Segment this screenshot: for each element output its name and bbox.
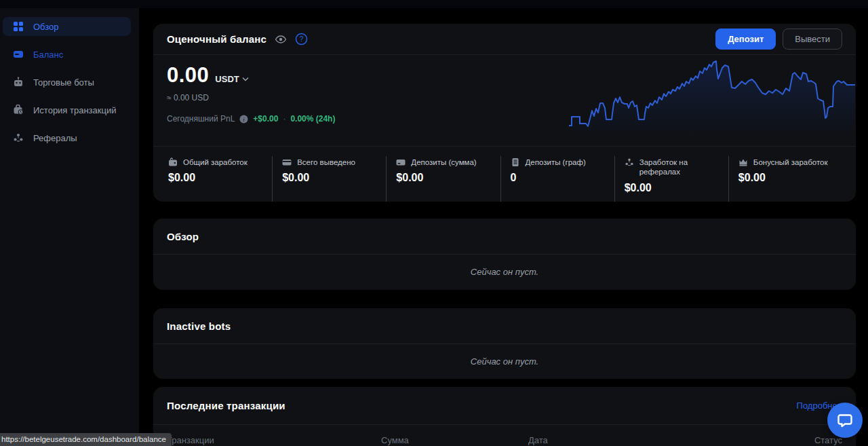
main-content: Оценочный баланс ? Депозит Вывести 0.00 …: [139, 8, 868, 446]
withdraw-button[interactable]: Вывести: [783, 29, 842, 50]
column-header-amount: Сумма: [381, 435, 528, 445]
info-icon[interactable]: i: [239, 115, 248, 124]
overview-card: Обзор Сейчас он пуст.: [153, 219, 856, 290]
wallet-icon: [12, 48, 24, 60]
robot-icon: [12, 76, 24, 88]
stat-referral-earnings: Заработок на рефералах $0.00: [614, 156, 728, 202]
sidebar-item-referrals[interactable]: Рефералы: [3, 128, 131, 147]
balance-card-header: Оценочный баланс ? Депозит Вывести: [153, 24, 856, 55]
stat-label: Заработок на рефералах: [639, 157, 720, 177]
overview-card-title: Обзор: [167, 231, 199, 242]
top-strip: [0, 0, 868, 8]
sidebar-item-label: Баланс: [33, 50, 63, 60]
sidebar-item-trading-bots[interactable]: Торговые боты: [3, 73, 131, 92]
stat-label: Общий заработок: [183, 157, 248, 167]
card-icon: [282, 157, 292, 167]
stat-deposits-sum: Депозиты (сумма) $0.00: [386, 156, 500, 202]
empty-state-text: Сейчас он пуст.: [471, 356, 538, 367]
eye-icon[interactable]: [275, 33, 287, 45]
sidebar-item-label: Рефералы: [33, 133, 77, 143]
stat-total-withdrawn: Всего выведено $0.00: [272, 156, 386, 202]
stat-value: 0: [511, 172, 606, 184]
stat-label: Депозиты (граф): [526, 157, 586, 167]
sidebar-item-balance[interactable]: Баланс: [3, 45, 131, 64]
balance-approx-usd: ≈ 0.00 USD: [167, 93, 335, 103]
link-preview-tooltip: https://betelgeusetrade.com/dashboard/ba…: [0, 433, 172, 446]
stat-bonus-earnings: Бонусный заработок $0.00: [728, 156, 842, 202]
stat-value: $0.00: [738, 172, 834, 184]
sidebar-item-label: История транзакций: [33, 105, 116, 115]
column-header-date: Дата: [528, 435, 814, 445]
balance-sparkline-chart: [569, 60, 855, 136]
currency-selector[interactable]: USDT: [215, 74, 248, 84]
transactions-card: Последние транзакции Подробнее Транзакци…: [153, 387, 856, 446]
stat-value: $0.00: [168, 172, 264, 184]
transactions-card-title: Последние транзакции: [167, 400, 285, 411]
inactive-bots-card-header: Inactive bots: [153, 308, 856, 344]
referrals-icon: [12, 132, 24, 144]
pnl-value: +$0.00: [253, 114, 278, 124]
grid-icon: [12, 20, 24, 33]
stat-total-earnings: Общий заработок $0.00: [167, 156, 272, 202]
sidebar: Обзор Баланс Торговые боты История транз…: [0, 8, 139, 446]
pnl-percent: 0.00% (24h): [290, 114, 335, 124]
column-header-transactions: Транзакции: [167, 435, 381, 445]
stat-label: Всего выведено: [297, 157, 355, 167]
card-icon: [396, 157, 406, 167]
stat-deposits-count: Депозиты (граф) 0: [500, 156, 614, 202]
list-icon: [511, 157, 520, 167]
stats-row: Общий заработок $0.00 Всего выведено $0.…: [153, 146, 856, 202]
referrals-icon: [625, 157, 634, 167]
pnl-label: Сегодняшний PnL: [167, 114, 235, 124]
pnl-row: Сегодняшний PnL i +$0.00 · 0.00% (24h): [167, 114, 335, 124]
balance-card-title: Оценочный баланс: [167, 33, 267, 45]
empty-state-text: Сейчас он пуст.: [471, 267, 538, 277]
overview-empty-body: Сейчас он пуст.: [153, 255, 856, 289]
svg-text:?: ?: [300, 35, 304, 43]
balance-block: 0.00 USDT ≈ 0.00 USD Сегодняшний PnL i +…: [167, 63, 335, 124]
balance-card: Оценочный баланс ? Депозит Вывести 0.00 …: [153, 24, 856, 202]
deposit-button[interactable]: Депозит: [715, 29, 776, 50]
sidebar-item-label: Обзор: [33, 22, 59, 32]
stat-value: $0.00: [625, 182, 720, 194]
inactive-bots-card: Inactive bots Сейчас он пуст.: [153, 308, 856, 379]
crown-icon: [738, 157, 748, 167]
balance-amount: 0.00: [167, 63, 209, 88]
transactions-table-header: Транзакции Сумма Дата Статус: [153, 435, 856, 445]
wallet-icon: [168, 157, 178, 167]
chat-widget-button[interactable]: [827, 403, 863, 438]
overview-card-header: Обзор: [153, 219, 856, 255]
stat-value: $0.00: [282, 172, 378, 184]
history-icon: [12, 104, 24, 116]
sidebar-item-overview[interactable]: Обзор: [3, 17, 131, 36]
stat-label: Депозиты (сумма): [411, 157, 476, 167]
sidebar-item-label: Торговые боты: [33, 77, 94, 88]
inactive-bots-empty-body: Сейчас он пуст.: [153, 344, 856, 379]
chevron-down-icon: [242, 77, 249, 81]
transactions-card-header: Последние транзакции Подробнее: [153, 387, 856, 425]
header-buttons: Депозит Вывести: [715, 29, 842, 50]
chat-bubble-icon: [837, 412, 853, 428]
inactive-bots-card-title: Inactive bots: [167, 320, 231, 332]
help-icon[interactable]: ?: [295, 33, 308, 45]
stat-label: Бонусный заработок: [753, 157, 828, 167]
stat-value: $0.00: [396, 172, 492, 184]
sidebar-item-transaction-history[interactable]: История транзакций: [3, 100, 131, 119]
currency-label: USDT: [215, 74, 239, 84]
pnl-separator: ·: [283, 114, 285, 124]
